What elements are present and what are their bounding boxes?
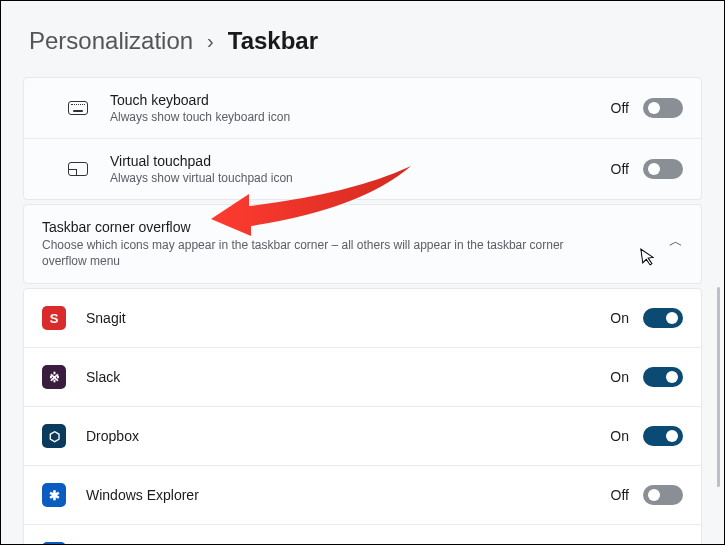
explorer-toggle[interactable] — [643, 485, 683, 505]
toggle-state-label: Off — [611, 487, 629, 503]
snagit-icon: S — [42, 306, 66, 330]
toggle-state-label: On — [610, 310, 629, 326]
section-subtitle: Choose which icons may appear in the tas… — [42, 237, 582, 269]
overflow-row-security: 🛡 Windows Security notification icon Off — [24, 525, 701, 545]
app-name: Dropbox — [86, 428, 139, 444]
dropbox-toggle[interactable] — [643, 426, 683, 446]
breadcrumb-current: Taskbar — [228, 27, 318, 55]
overflow-items-card: S Snagit On ※ Slack On ⬡ Dropbox — [23, 288, 702, 545]
touch-keyboard-toggle[interactable] — [643, 98, 683, 118]
toggle-state-label: On — [610, 428, 629, 444]
toggle-state-label: On — [610, 369, 629, 385]
overflow-section-header-card[interactable]: Taskbar corner overflow Choose which ico… — [23, 204, 702, 284]
slack-toggle[interactable] — [643, 367, 683, 387]
row-subtitle: Always show touch keyboard icon — [110, 110, 290, 124]
keyboard-icon — [66, 96, 90, 120]
overflow-row-slack: ※ Slack On — [24, 348, 701, 407]
row-title: Virtual touchpad — [110, 153, 293, 169]
app-name: Slack — [86, 369, 120, 385]
touchpad-icon — [66, 157, 90, 181]
corner-icons-card: Touch keyboard Always show touch keyboar… — [23, 77, 702, 200]
chevron-right-icon: › — [207, 30, 214, 53]
dropbox-icon: ⬡ — [42, 424, 66, 448]
overflow-row-snagit: S Snagit On — [24, 289, 701, 348]
snagit-toggle[interactable] — [643, 308, 683, 328]
row-subtitle: Always show virtual touchpad icon — [110, 171, 293, 185]
virtual-touchpad-toggle[interactable] — [643, 159, 683, 179]
app-name: Windows Explorer — [86, 487, 199, 503]
breadcrumb: Personalization › Taskbar — [29, 27, 702, 55]
section-title: Taskbar corner overflow — [42, 219, 582, 235]
slack-icon: ※ — [42, 365, 66, 389]
overflow-row-explorer: ✱ Windows Explorer Off — [24, 466, 701, 525]
virtual-touchpad-row: Virtual touchpad Always show virtual tou… — [24, 139, 701, 199]
breadcrumb-parent[interactable]: Personalization — [29, 27, 193, 55]
touch-keyboard-row: Touch keyboard Always show touch keyboar… — [24, 78, 701, 139]
row-title: Touch keyboard — [110, 92, 290, 108]
bluetooth-icon: ✱ — [42, 483, 66, 507]
toggle-state-label: Off — [611, 100, 629, 116]
toggle-state-label: Off — [611, 161, 629, 177]
chevron-up-icon[interactable]: ︿ — [669, 219, 683, 251]
overflow-row-dropbox: ⬡ Dropbox On — [24, 407, 701, 466]
scrollbar[interactable] — [717, 287, 720, 487]
app-name: Snagit — [86, 310, 126, 326]
